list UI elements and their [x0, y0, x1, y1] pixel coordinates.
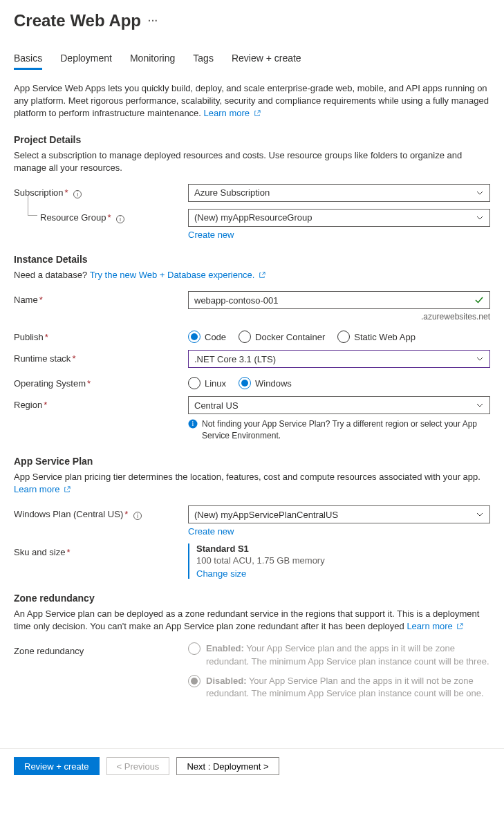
publish-radio-static[interactable]: Static Web App — [337, 331, 416, 343]
info-icon[interactable]: i — [116, 215, 124, 223]
windows-plan-select[interactable]: (New) myAppServicePlanCentralUS — [188, 505, 490, 523]
section-app-service-plan: App Service Plan — [14, 456, 490, 467]
section-zone-redundancy: Zone redundancy — [14, 593, 490, 604]
tab-deployment[interactable]: Deployment — [60, 50, 112, 70]
create-new-rg-link[interactable]: Create new — [188, 230, 234, 240]
subscription-label: Subscription — [14, 187, 64, 198]
external-link-icon — [254, 110, 261, 117]
previous-button: < Previous — [106, 757, 170, 775]
chevron-down-icon — [476, 355, 484, 363]
chevron-down-icon — [476, 214, 484, 222]
section-instance-details: Instance Details — [14, 254, 490, 265]
chevron-down-icon — [476, 189, 484, 197]
zone-desc: An App Service plan can be deployed as a… — [14, 608, 490, 633]
tab-basics[interactable]: Basics — [14, 50, 42, 70]
sku-label: Sku and size — [14, 547, 65, 557]
chevron-down-icon — [476, 510, 484, 519]
tab-bar: Basics Deployment Monitoring Tags Review… — [14, 50, 490, 70]
required-icon: * — [45, 332, 48, 342]
tab-review-create[interactable]: Review + create — [232, 50, 301, 70]
publish-radio-code[interactable]: Code — [188, 331, 226, 343]
runtime-select[interactable]: .NET Core 3.1 (LTS) — [188, 350, 490, 368]
runtime-label: Runtime stack — [14, 353, 71, 364]
svg-text:i: i — [192, 420, 194, 427]
intro-text: App Service Web Apps lets you quickly bu… — [14, 82, 490, 120]
external-link-icon — [456, 623, 463, 630]
required-icon: * — [87, 378, 91, 389]
plan-learn-more-link[interactable]: Learn more — [14, 484, 71, 494]
tab-monitoring[interactable]: Monitoring — [130, 50, 175, 70]
external-link-icon — [259, 272, 265, 279]
name-input[interactable]: webapp-contoso-001 — [188, 291, 490, 309]
intro-learn-more-link[interactable]: Learn more — [204, 108, 261, 118]
os-radio-windows[interactable]: Windows — [239, 377, 292, 389]
external-link-icon — [64, 486, 71, 493]
check-icon — [474, 295, 484, 305]
info-icon[interactable]: i — [133, 512, 142, 520]
required-icon: * — [39, 295, 43, 305]
publish-radio-docker[interactable]: Docker Container — [239, 331, 325, 343]
zone-enabled-text: Enabled: Your App Service plan and the a… — [206, 642, 490, 667]
name-label: Name — [14, 295, 38, 305]
resource-group-label: Resource Group — [40, 212, 106, 223]
info-icon[interactable]: i — [73, 190, 82, 198]
required-icon: * — [107, 212, 111, 223]
sku-block: Standard S1 100 total ACU, 1.75 GB memor… — [188, 543, 490, 579]
plan-desc: App Service plan pricing tier determines… — [14, 471, 490, 496]
resource-group-select[interactable]: (New) myAppResourceGroup — [188, 209, 490, 227]
domain-suffix: .azurewebsites.net — [188, 312, 490, 322]
web-database-link[interactable]: Try the new Web + Database experience. — [90, 270, 265, 280]
zone-radio-disabled — [188, 675, 200, 687]
required-icon: * — [72, 353, 75, 364]
windows-plan-label: Windows Plan (Central US) — [14, 509, 123, 519]
page-title: Create Web App — [14, 11, 141, 30]
review-create-button[interactable]: Review + create — [14, 757, 100, 775]
required-icon: * — [65, 187, 68, 198]
project-details-desc: Select a subscription to manage deployed… — [14, 149, 490, 174]
section-project-details: Project Details — [14, 134, 490, 145]
required-icon: * — [124, 509, 128, 519]
os-radio-linux[interactable]: Linux — [188, 377, 226, 389]
zone-learn-more-link[interactable]: Learn more — [407, 621, 463, 631]
os-label: Operating System — [14, 378, 86, 389]
footer-bar: Review + create < Previous Next : Deploy… — [0, 748, 504, 783]
chevron-down-icon — [476, 401, 484, 409]
instance-db-prompt: Need a database? Try the new Web + Datab… — [14, 269, 490, 281]
zone-radio-enabled — [188, 642, 200, 655]
region-select[interactable]: Central US — [188, 396, 490, 414]
tree-line-icon — [28, 195, 37, 216]
region-hint: Not finding your App Service Plan? Try a… — [202, 418, 490, 442]
region-label: Region — [14, 400, 42, 410]
sku-detail: 100 total ACU, 1.75 GB memory — [196, 555, 490, 566]
zone-disabled-text: Disabled: Your App Service Plan and the … — [206, 675, 490, 700]
more-icon[interactable]: ··· — [148, 15, 158, 26]
zone-redundancy-label: Zone redundancy — [14, 646, 84, 656]
create-new-plan-link[interactable]: Create new — [188, 526, 234, 537]
required-icon: * — [66, 547, 70, 557]
change-size-link[interactable]: Change size — [196, 568, 246, 579]
next-button[interactable]: Next : Deployment > — [176, 757, 279, 775]
sku-name: Standard S1 — [196, 543, 490, 554]
info-icon: i — [188, 419, 198, 429]
publish-label: Publish — [14, 332, 44, 342]
required-icon: * — [44, 400, 47, 410]
subscription-select[interactable]: Azure Subscription — [188, 184, 490, 202]
tab-tags[interactable]: Tags — [193, 50, 214, 70]
